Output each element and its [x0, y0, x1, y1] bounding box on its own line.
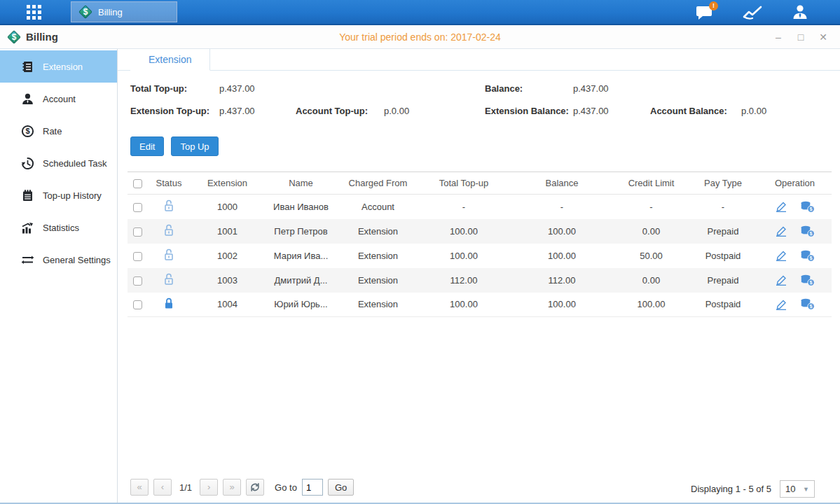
sidebar-item-label: Scheduled Task: [43, 158, 107, 169]
cell-total-topup: -: [418, 195, 509, 219]
total-topup-stat: Total Top-up:p.437.00: [130, 83, 255, 94]
goto-page-input[interactable]: [302, 479, 323, 496]
unlocked-status-icon[interactable]: [163, 248, 174, 261]
unlocked-status-icon[interactable]: [163, 224, 174, 237]
sidebar-item-label: Top-up History: [43, 190, 102, 201]
select-all-checkbox[interactable]: [133, 179, 142, 188]
col-extension: Extension: [191, 172, 264, 195]
table-header-row: Status Extension Name Charged From Total…: [128, 172, 832, 195]
minimize-icon[interactable]: –: [773, 31, 784, 43]
unlocked-status-icon[interactable]: [163, 273, 174, 286]
sidebar-item-rate[interactable]: $ Rate: [0, 115, 117, 147]
sidebar: Extension Account $ Rate: [0, 49, 118, 503]
sidebar-item-statistics[interactable]: Statistics: [0, 211, 117, 244]
cell-extension: 1002: [191, 244, 264, 268]
taskbar-app-label: Billing: [98, 7, 123, 18]
table-actions: Edit Top Up: [130, 136, 219, 156]
col-name: Name: [264, 172, 338, 195]
reports-chart-icon[interactable]: [742, 4, 763, 22]
cell-total-topup: 112.00: [418, 268, 509, 293]
last-page-button[interactable]: »: [223, 479, 241, 496]
cell-name: Юрий Юрь...: [264, 293, 338, 317]
edit-row-icon[interactable]: [775, 250, 787, 261]
edit-row-icon[interactable]: [775, 225, 787, 237]
top-up-row-icon[interactable]: $: [800, 274, 815, 286]
cell-name: Петр Петров: [264, 219, 338, 244]
billing-app-window: $ Billing !: [0, 0, 840, 504]
account-person-icon: [21, 92, 34, 106]
next-page-button[interactable]: ›: [200, 479, 218, 496]
user-account-icon[interactable]: [790, 4, 811, 22]
edit-row-icon[interactable]: [775, 274, 787, 286]
refresh-button[interactable]: [246, 479, 264, 496]
statistics-chart-icon: [21, 221, 34, 234]
edit-row-icon[interactable]: [775, 299, 787, 310]
edit-row-icon[interactable]: [775, 201, 787, 212]
topup-history-notebook-icon: [21, 189, 34, 202]
extension-book-icon: [21, 60, 34, 74]
sidebar-item-label: Extension: [43, 62, 83, 72]
close-icon[interactable]: ✕: [818, 31, 829, 43]
top-up-row-icon[interactable]: $: [800, 298, 815, 310]
sidebar-item-extension[interactable]: Extension: [0, 50, 117, 83]
sidebar-item-topup-history[interactable]: Top-up History: [0, 179, 117, 211]
cell-credit-limit: 0.00: [614, 219, 688, 244]
window-controls: – □ ✕: [773, 31, 829, 43]
sidebar-item-account[interactable]: Account: [0, 83, 117, 115]
top-up-row-icon[interactable]: $: [800, 201, 815, 213]
cell-extension: 1001: [191, 219, 264, 244]
cell-name: Мария Ива...: [264, 244, 338, 268]
cell-charged-from: Extension: [338, 244, 418, 268]
sidebar-item-label: General Settings: [43, 255, 111, 265]
col-credit-limit: Credit Limit: [614, 172, 688, 195]
first-page-button[interactable]: «: [130, 479, 149, 496]
apps-grid-icon[interactable]: [27, 5, 41, 20]
edit-button[interactable]: Edit: [130, 136, 164, 156]
col-status: Status: [147, 172, 191, 195]
maximize-icon[interactable]: □: [795, 31, 806, 43]
top-up-row-icon[interactable]: $: [800, 225, 815, 237]
table-row: 1001 Петр Петров Extension 100.00 100.00…: [128, 219, 832, 244]
col-pay-type: Pay Type: [688, 172, 758, 195]
cell-extension: 1000: [191, 195, 264, 219]
sidebar-item-general-settings[interactable]: General Settings: [0, 244, 117, 276]
unlocked-status-icon[interactable]: [163, 200, 174, 212]
row-checkbox[interactable]: [133, 252, 142, 261]
rate-dollar-icon: $: [21, 125, 34, 138]
row-checkbox[interactable]: [133, 300, 142, 309]
table-row: 1000 Иван Иванов Account - - - - $: [128, 195, 832, 219]
extensions-table: Status Extension Name Charged From Total…: [128, 172, 832, 317]
col-charged-from: Charged From: [338, 172, 418, 195]
locked-status-icon[interactable]: [163, 297, 174, 309]
table-row: 1004 Юрий Юрь... Extension 100.00 100.00…: [128, 293, 832, 317]
prev-page-button[interactable]: ‹: [153, 479, 172, 496]
top-up-row-icon[interactable]: $: [800, 250, 815, 262]
scheduled-task-clock-icon: [21, 157, 34, 170]
sidebar-item-scheduled-task[interactable]: Scheduled Task: [0, 147, 117, 179]
cell-balance: 100.00: [509, 293, 614, 317]
cell-credit-limit: 100.00: [614, 293, 688, 317]
row-checkbox[interactable]: [133, 276, 142, 286]
page-size-select[interactable]: 10 ▼: [780, 480, 815, 498]
cell-extension: 1004: [191, 293, 264, 317]
cell-charged-from: Extension: [338, 293, 418, 317]
go-button[interactable]: Go: [328, 479, 354, 496]
col-balance: Balance: [509, 172, 614, 195]
page-title: Billing: [26, 31, 58, 43]
top-up-button[interactable]: Top Up: [171, 136, 218, 156]
tab-extension[interactable]: Extension: [130, 49, 210, 71]
general-settings-sliders-icon: [21, 253, 34, 267]
messages-icon[interactable]: !: [694, 4, 715, 22]
row-checkbox[interactable]: [133, 227, 142, 237]
col-operation: Operation: [758, 172, 832, 195]
pagination-bar: « ‹ 1/1 › » Go to Go: [128, 479, 832, 498]
cell-charged-from: Extension: [338, 268, 418, 293]
trial-period-notice: Your trial period ends on: 2017-02-24: [0, 31, 840, 43]
account-balance-stat: Account Balance:p.0.00: [650, 106, 766, 116]
goto-label: Go to: [275, 482, 297, 493]
table-row: 1002 Мария Ива... Extension 100.00 100.0…: [128, 244, 832, 268]
row-checkbox[interactable]: [133, 203, 142, 212]
col-total-topup: Total Top-up: [418, 172, 509, 195]
taskbar-billing-app[interactable]: $ Billing: [71, 1, 177, 22]
cell-total-topup: 100.00: [418, 244, 509, 268]
